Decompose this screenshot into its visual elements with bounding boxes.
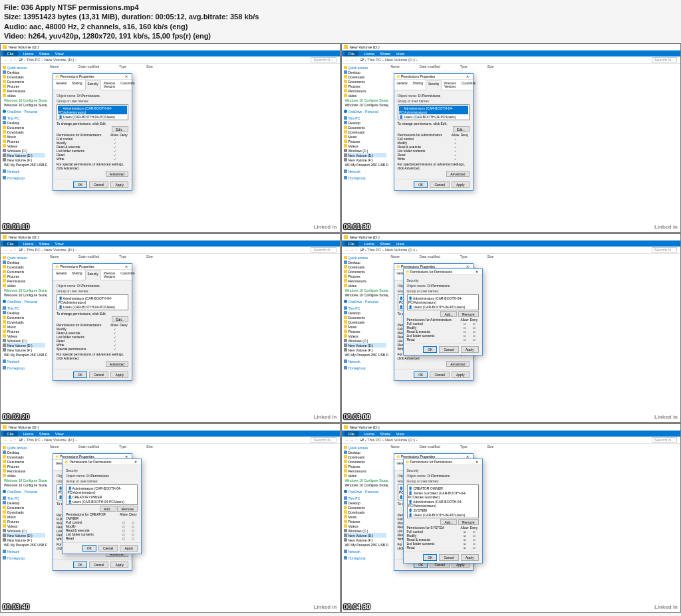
tab-general[interactable]: General [53, 80, 69, 90]
apply-button[interactable]: Apply [461, 554, 479, 561]
address-bar[interactable]: ← → ↑ 🖳 › This PC › New Volume (D:) › Se… [342, 56, 681, 64]
sidebar-item[interactable]: Quick access [3, 445, 45, 450]
cancel-button[interactable]: Cancel [430, 371, 450, 378]
sidebar-item[interactable]: New Volume (F:) [3, 157, 45, 162]
user-entry[interactable]: 👤 Administrators (CAR-BOOTH-04-PC\Admini… [408, 499, 477, 508]
user-entry[interactable]: 👤 Users (CAR-BOOTH-04-PC\Users) [408, 304, 477, 309]
sidebar-item[interactable]: Windows (C:) [344, 148, 386, 153]
sidebar-item[interactable]: Permissions [344, 468, 386, 473]
sidebar-item[interactable]: OneDrive - Personal [344, 489, 386, 494]
sidebar-item[interactable]: Windows 10 Configure Storage [344, 292, 386, 297]
share-tab[interactable]: Share [380, 52, 390, 56]
home-tab[interactable]: Home [23, 242, 34, 246]
share-tab[interactable]: Share [380, 242, 390, 246]
sidebar-item[interactable]: OneDrive - Personal [3, 109, 45, 114]
sidebar-item[interactable]: Documents [344, 459, 386, 464]
sidebar-item[interactable]: WD My Passport 25IF USB Device (G:) [344, 542, 386, 547]
tab-sharing[interactable]: Sharing [69, 270, 85, 280]
sidebar-item[interactable]: Permissions [344, 88, 386, 93]
sidebar-item[interactable]: Permissions [3, 88, 45, 93]
sidebar-item[interactable]: slides [3, 473, 45, 478]
sidebar-item[interactable]: slides [344, 93, 386, 98]
view-tab[interactable]: View [396, 242, 404, 246]
sidebar-item[interactable]: Desktop [344, 310, 386, 315]
users-listbox[interactable]: 👤 Administrators (CAR-BOOTH-04-PC\Admini… [57, 294, 128, 310]
sidebar-item[interactable]: WD My Passport 25IF USB Device (G:) [344, 162, 386, 167]
sidebar-item[interactable]: Music [344, 324, 386, 329]
tab-security[interactable]: Security [426, 80, 442, 90]
file-tab[interactable]: File [344, 51, 359, 56]
sidebar-item[interactable]: WD My Passport 25IF USB Device (G:) [3, 352, 45, 357]
tab-customize[interactable]: Customize [118, 270, 137, 280]
sidebar-item[interactable]: Desktop [3, 120, 45, 125]
view-tab[interactable]: View [55, 52, 64, 56]
sidebar-item[interactable]: Pictures [3, 464, 45, 468]
sidebar-item[interactable]: Documents [344, 315, 386, 320]
sidebar-item[interactable]: Windows (C:) [3, 148, 45, 153]
user-entry[interactable]: 👤 Users (CAR-BOOTH-04-PC\Users) [58, 304, 127, 309]
sidebar-item[interactable]: Downloads [344, 264, 386, 269]
share-tab[interactable]: Share [39, 52, 50, 56]
sidebar-item[interactable]: Videos [344, 524, 386, 528]
ok-button[interactable]: OK [82, 545, 96, 552]
file-tab[interactable]: File [3, 241, 18, 247]
sidebar-item[interactable]: Pictures [3, 519, 45, 524]
sidebar-item[interactable]: Quick access [3, 65, 45, 70]
sidebar-item[interactable]: Network [344, 169, 386, 173]
sidebar-item[interactable]: slides [344, 283, 386, 288]
sidebar-item[interactable]: Videos [344, 144, 386, 148]
sidebar-item[interactable]: Downloads [344, 320, 386, 324]
sidebar-item[interactable]: Quick access [344, 445, 386, 450]
sidebar-item[interactable]: Documents [3, 315, 45, 320]
sidebar-item[interactable]: New Volume (D:) [3, 533, 45, 538]
sidebar-item[interactable]: Desktop [3, 70, 45, 74]
sidebar-item[interactable]: Pictures [3, 329, 45, 334]
sidebar-item[interactable]: Windows 10 Configure Storage [344, 102, 386, 107]
edit-button[interactable]: Edit... [453, 126, 470, 132]
home-tab[interactable]: Home [23, 432, 34, 436]
sidebar-item[interactable]: Homegroup [344, 175, 386, 180]
sidebar-item[interactable]: Windows 10 Configure Storage [3, 482, 45, 487]
user-entry[interactable]: 👤 CREATOR OWNER [67, 494, 136, 499]
users-listbox[interactable]: 👤 CREATOR OWNER👤 James Gonzalez (CAR-BOO… [407, 484, 479, 518]
column-headers[interactable]: NameDate modifiedTypeSize [47, 254, 340, 259]
view-tab[interactable]: View [396, 432, 404, 436]
sidebar-item[interactable]: Permissions [344, 278, 386, 283]
column-headers[interactable]: NameDate modifiedTypeSize [388, 254, 681, 259]
sidebar-item[interactable]: Network [3, 169, 45, 173]
home-tab[interactable]: Home [23, 52, 34, 56]
sidebar-item[interactable]: WD My Passport 25IF USB Device (G:) [3, 542, 45, 547]
tab-previous versions[interactable]: Previous Versions [101, 270, 118, 280]
user-entry[interactable]: 👤 Users (CAR-BOOTH-04-PC\Users) [67, 499, 136, 504]
close-icon[interactable]: ✕ [132, 460, 139, 464]
file-tab[interactable]: File [344, 431, 359, 437]
sidebar-item[interactable]: WD My Passport 25IF USB Device (G:) [3, 162, 45, 167]
sidebar-item[interactable]: Documents [3, 269, 45, 274]
remove-button[interactable]: Remove [117, 506, 138, 512]
user-entry[interactable]: 👤 Administrators (CAR-BOOTH-04-PC\Admini… [408, 296, 477, 304]
cancel-button[interactable]: Cancel [89, 371, 109, 378]
column-headers[interactable]: NameDate modifiedTypeSize [388, 64, 681, 69]
ok-button[interactable]: OK [423, 346, 437, 353]
sidebar-item[interactable]: Quick access [344, 255, 386, 260]
sidebar-item[interactable]: Homegroup [3, 175, 45, 180]
sidebar-item[interactable]: Music [3, 514, 45, 519]
sidebar-item[interactable]: slides [3, 93, 45, 98]
sidebar-item[interactable]: Windows 10 Configure Storage [3, 288, 45, 292]
sidebar-item[interactable]: Pictures [3, 84, 45, 88]
close-icon[interactable]: ✕ [464, 74, 471, 78]
sidebar-item[interactable]: Desktop [344, 70, 386, 74]
users-listbox[interactable]: 👤 Administrators (CAR-BOOTH-04-PC\Admini… [66, 484, 138, 505]
sidebar-item[interactable]: Downloads [3, 74, 45, 79]
sidebar-item[interactable]: Downloads [3, 264, 45, 269]
sidebar-item[interactable]: This PC [3, 496, 45, 500]
sidebar-item[interactable]: Videos [3, 334, 45, 338]
share-tab[interactable]: Share [380, 432, 390, 436]
sidebar-item[interactable]: OneDrive - Personal [344, 299, 386, 304]
sidebar-item[interactable]: New Volume (F:) [3, 348, 45, 352]
sidebar-item[interactable]: slides [3, 283, 45, 288]
sidebar-item[interactable]: New Volume (D:) [3, 153, 45, 157]
sidebar-item[interactable]: Videos [344, 334, 386, 338]
sidebar-item[interactable]: Desktop [344, 500, 386, 505]
close-icon[interactable]: ✕ [123, 264, 130, 268]
